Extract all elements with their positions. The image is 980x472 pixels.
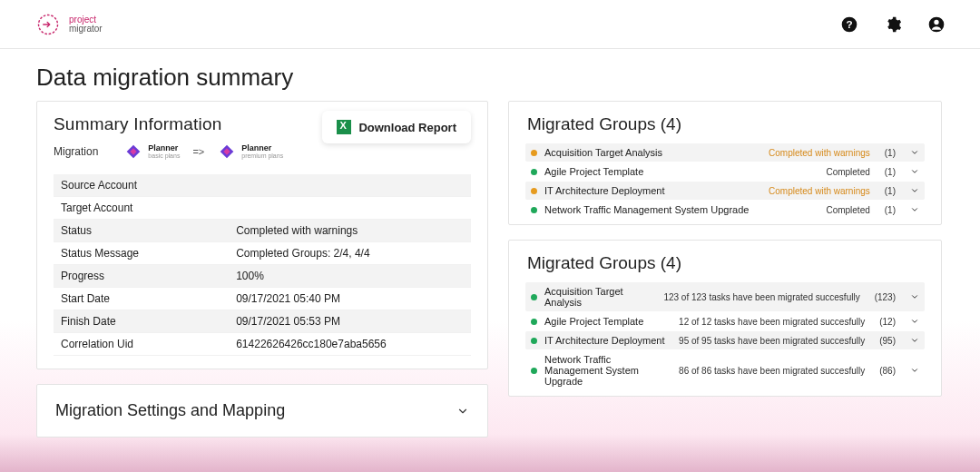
status-dot-icon <box>531 338 537 344</box>
chevron-down-icon[interactable] <box>910 186 919 195</box>
target-plan-badge: Planner premium plans <box>217 142 283 162</box>
summary-key: Progress <box>54 265 229 288</box>
summary-info-tbody: Source AccountTarget AccountStatusComple… <box>54 174 471 356</box>
page-title: Data migration summary <box>0 49 980 101</box>
planner-icon <box>217 142 237 162</box>
summary-row: StatusCompleted with warnings <box>54 220 471 242</box>
summary-row: Target Account <box>54 197 471 220</box>
main-columns: Summary Information Migration Planner ba… <box>0 101 980 438</box>
group-count: (95) <box>872 336 903 346</box>
target-plan-name: Planner <box>241 144 283 152</box>
group-name: IT Architecture Deployment <box>544 185 761 196</box>
summary-panel: Summary Information Migration Planner ba… <box>36 101 488 369</box>
group-count: (12) <box>872 317 903 327</box>
group-name: Agile Project Template <box>544 166 818 177</box>
chevron-down-icon[interactable] <box>910 336 919 345</box>
summary-value <box>229 174 471 197</box>
summary-value <box>229 197 471 220</box>
status-dot-icon <box>531 188 537 194</box>
group-status: 123 of 123 tasks have been migrated succ… <box>663 292 859 302</box>
brand-mark-icon <box>34 11 62 38</box>
summary-info-table: Source AccountTarget AccountStatusComple… <box>54 174 471 356</box>
group-count: (1) <box>877 205 903 215</box>
chevron-down-icon[interactable] <box>910 366 919 375</box>
group-status: 12 of 12 tasks have been migrated succes… <box>679 317 865 327</box>
chevron-down-icon[interactable] <box>910 317 919 326</box>
download-report-label: Download Report <box>358 121 456 134</box>
planner-icon <box>123 142 143 162</box>
brand-line2: migrator <box>69 25 103 34</box>
brand-logo[interactable]: project migrator <box>34 11 103 38</box>
chevron-down-icon[interactable] <box>910 205 919 214</box>
migrated-groups-panel-b: Migrated Groups (4) Acquisition Target A… <box>508 240 942 397</box>
chevron-down-icon[interactable] <box>910 148 919 157</box>
group-row[interactable]: IT Architecture DeploymentCompleted with… <box>525 182 925 200</box>
group-status: Completed with warnings <box>769 186 870 196</box>
group-name: Acquisition Target Analysis <box>544 147 761 158</box>
summary-row: Finish Date09/17/2021 05:53 PM <box>54 310 471 333</box>
settings-mapping-title: Migration Settings and Mapping <box>55 401 285 420</box>
summary-value: 61422626426cc180e7aba5656 <box>229 333 471 356</box>
excel-icon <box>337 120 351 134</box>
summary-value: 09/17/2021 05:53 PM <box>229 310 471 333</box>
status-dot-icon <box>531 169 537 175</box>
help-icon[interactable]: ? <box>840 15 858 34</box>
group-count: (86) <box>872 366 903 376</box>
topbar-actions: ? <box>840 15 946 34</box>
chevron-down-icon[interactable] <box>910 167 919 176</box>
group-row[interactable]: Network Traffic Management System Upgrad… <box>525 350 925 390</box>
chevron-down-icon[interactable] <box>910 292 919 301</box>
group-status: Completed with warnings <box>769 148 870 158</box>
summary-row: Progress100% <box>54 265 471 288</box>
settings-mapping-panel[interactable]: Migration Settings and Mapping <box>36 384 488 438</box>
svg-text:?: ? <box>846 18 852 30</box>
source-plan-badge: Planner basic plans <box>123 142 180 162</box>
summary-value: 09/17/2021 05:40 PM <box>229 288 471 310</box>
group-row[interactable]: Acquisition Target Analysis123 of 123 ta… <box>525 282 925 311</box>
brand-text: project migrator <box>69 15 103 34</box>
status-dot-icon <box>531 368 537 374</box>
left-column: Summary Information Migration Planner ba… <box>36 101 488 438</box>
brand-line1: project <box>69 15 103 25</box>
summary-key: Start Date <box>54 288 229 310</box>
account-icon[interactable] <box>927 15 946 34</box>
migrated-groups-title-b: Migrated Groups (4) <box>525 251 925 282</box>
status-dot-icon <box>531 207 537 213</box>
gear-icon[interactable] <box>884 15 902 34</box>
group-count: (1) <box>877 186 903 196</box>
group-row[interactable]: Network Traffic Management System Upgrad… <box>525 201 925 219</box>
right-column: Migrated Groups (4) Acquisition Target A… <box>508 101 942 438</box>
group-list-b: Acquisition Target Analysis123 of 123 ta… <box>525 282 925 390</box>
migrated-groups-panel-a: Migrated Groups (4) Acquisition Target A… <box>508 101 942 225</box>
group-name: Acquisition Target Analysis <box>544 286 656 308</box>
group-status: Completed <box>826 205 869 215</box>
group-row[interactable]: IT Architecture Deployment95 of 95 tasks… <box>525 331 925 349</box>
arrow-icon: => <box>189 146 208 157</box>
status-dot-icon <box>531 150 537 156</box>
summary-value: Completed Groups: 2/4, 4/4 <box>229 242 471 265</box>
group-status: Completed <box>826 167 869 177</box>
summary-row: Source Account <box>54 174 471 197</box>
group-count: (123) <box>867 292 903 302</box>
group-row[interactable]: Agile Project Template12 of 12 tasks hav… <box>525 312 925 330</box>
summary-row: Status MessageCompleted Groups: 2/4, 4/4 <box>54 242 471 265</box>
status-dot-icon <box>531 294 537 300</box>
group-name: Agile Project Template <box>544 316 671 327</box>
group-row[interactable]: Agile Project TemplateCompleted(1) <box>525 162 925 181</box>
summary-key: Correlation Uid <box>54 333 229 356</box>
group-count: (1) <box>877 167 903 177</box>
group-row[interactable]: Acquisition Target AnalysisCompleted wit… <box>525 143 925 162</box>
topbar: project migrator ? <box>0 0 980 49</box>
summary-row: Correlation Uid61422626426cc180e7aba5656 <box>54 333 471 356</box>
download-report-button[interactable]: Download Report <box>322 111 471 143</box>
summary-value: Completed with warnings <box>229 220 471 242</box>
migration-line: Migration Planner basic plans => <box>54 134 283 171</box>
group-name: Network Traffic Management System Upgrad… <box>544 204 818 215</box>
source-plan-tier: basic plans <box>148 152 180 159</box>
migration-label: Migration <box>54 145 114 158</box>
group-name: Network Traffic Management System Upgrad… <box>544 354 671 387</box>
status-dot-icon <box>531 319 537 325</box>
svg-point-4 <box>934 19 938 24</box>
chevron-down-icon[interactable] <box>456 405 469 418</box>
group-status: 95 of 95 tasks have been migrated succes… <box>679 336 865 346</box>
